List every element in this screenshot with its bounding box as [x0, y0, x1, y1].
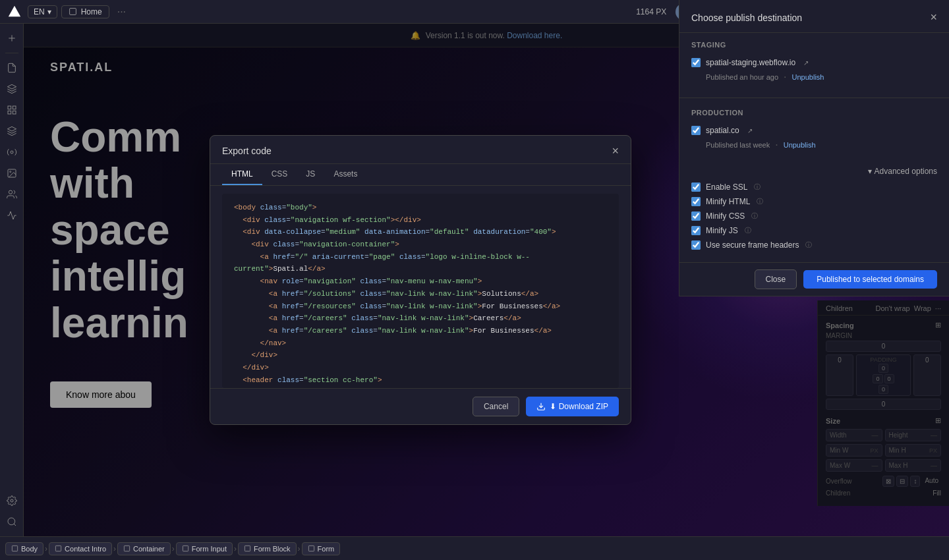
svg-rect-20	[8, 111, 11, 114]
publish-panel-header: Choose publish destination ×	[679, 0, 949, 33]
tab-html[interactable]: HTML	[222, 164, 262, 185]
minify-html-checkbox[interactable]	[691, 197, 701, 206]
minify-js-info-icon[interactable]: ⓘ	[745, 226, 751, 235]
secure-frame-headers-row: Use secure frame headers ⓘ	[691, 238, 937, 252]
production-status: Published last week	[706, 141, 770, 149]
staging-unpublish-link[interactable]: Unpublish	[792, 73, 824, 81]
tab-js[interactable]: JS	[297, 164, 324, 185]
staging-status: Published an hour ago	[706, 73, 778, 81]
enable-ssl-info-icon[interactable]: ⓘ	[754, 182, 761, 192]
production-label: Production	[691, 109, 937, 117]
svg-rect-1	[69, 9, 76, 15]
secure-frame-headers-label: Use secure frame headers	[706, 240, 799, 250]
mobile-landscape-button[interactable]	[612, 9, 620, 14]
production-checkbox[interactable]	[691, 126, 701, 135]
minify-js-checkbox[interactable]	[691, 226, 701, 235]
logo-icon[interactable]	[5, 3, 24, 21]
download-zip-button[interactable]: ⬇ Download ZIP	[526, 397, 619, 416]
breadcrumb-form-block[interactable]: Form Block	[238, 542, 297, 555]
left-sidebar	[0, 24, 24, 536]
divider	[679, 98, 949, 98]
svg-rect-30	[55, 546, 61, 551]
external-link-icon[interactable]: ↗	[803, 59, 809, 67]
svg-rect-19	[13, 111, 16, 114]
breadcrumb-form-input[interactable]: Form Input	[176, 542, 233, 555]
page-name: Home	[81, 7, 102, 16]
dialog-header: Export code ×	[210, 136, 631, 164]
svg-point-25	[11, 499, 13, 502]
breadcrumb-container[interactable]: Container	[117, 542, 171, 555]
search-icon[interactable]	[3, 513, 21, 531]
enable-ssl-checkbox[interactable]	[691, 182, 701, 192]
users-icon[interactable]	[3, 185, 21, 204]
secure-frame-headers-info-icon[interactable]: ⓘ	[805, 240, 812, 250]
page-selector[interactable]: Home	[61, 5, 109, 18]
style-icon[interactable]	[3, 143, 21, 161]
advanced-options-toggle[interactable]: ▾ Advanced options	[679, 163, 949, 180]
production-unpublish-link[interactable]: Unpublish	[784, 141, 816, 149]
publish-panel-title: Choose publish destination	[691, 13, 802, 23]
breadcrumb-sep-3: ›	[172, 544, 175, 553]
breadcrumb-contact-intro[interactable]: Contact Intro	[49, 542, 112, 555]
production-domain-row: spatial.co ↗	[691, 122, 937, 139]
breadcrumb-sep-4: ›	[234, 544, 237, 553]
staging-label: Staging	[691, 41, 937, 49]
components-icon[interactable]	[3, 122, 21, 140]
svg-point-23	[9, 171, 11, 173]
svg-line-27	[14, 524, 16, 526]
breadcrumb-sep-5: ›	[298, 544, 301, 553]
mobile-portrait-button[interactable]	[621, 9, 629, 14]
svg-rect-17	[8, 106, 11, 109]
code-viewer: <body class="body"> <div class="navigati…	[222, 194, 619, 388]
breadcrumb-form[interactable]: Form	[302, 542, 341, 555]
publish-actions: Close Published to selected domains	[679, 262, 949, 296]
dialog-title: Export code	[222, 146, 272, 156]
publish-options: Enable SSL ⓘ Minify HTML ⓘ Minify CSS ⓘ …	[679, 180, 949, 259]
staging-checkbox[interactable]	[691, 58, 701, 67]
publish-close-action-button[interactable]: Close	[755, 269, 797, 289]
svg-rect-33	[244, 546, 250, 551]
minify-js-label: Minify JS	[706, 226, 738, 235]
cancel-button[interactable]: Cancel	[473, 397, 519, 416]
production-section: Production spatial.co ↗ Published last w…	[679, 101, 949, 163]
staging-section: Staging spatial-staging.webflow.io ↗ Pub…	[679, 33, 949, 95]
minify-js-row: Minify JS ⓘ	[691, 223, 937, 238]
production-domain-name: spatial.co	[706, 126, 739, 135]
svg-rect-18	[13, 106, 16, 109]
svg-rect-29	[12, 546, 17, 551]
pages-icon[interactable]	[3, 59, 21, 77]
minify-html-row: Minify HTML ⓘ	[691, 194, 937, 209]
dialog-close-button[interactable]: ×	[612, 145, 619, 157]
lang-label: EN	[34, 7, 45, 16]
minify-html-label: Minify HTML	[706, 197, 750, 206]
tablet-view-button[interactable]	[603, 9, 611, 14]
tab-assets[interactable]: Assets	[324, 164, 366, 185]
enable-ssl-label: Enable SSL	[706, 182, 747, 192]
production-external-link-icon[interactable]: ↗	[747, 127, 753, 134]
publish-panel: Choose publish destination × Staging spa…	[679, 0, 949, 296]
tab-css[interactable]: CSS	[262, 164, 297, 185]
svg-point-26	[8, 518, 15, 525]
svg-rect-34	[308, 546, 314, 551]
advanced-options-label: Advanced options	[875, 167, 937, 176]
publish-to-selected-button[interactable]: Published to selected domains	[803, 270, 937, 289]
secure-frame-headers-checkbox[interactable]	[691, 240, 701, 250]
minify-css-checkbox[interactable]	[691, 211, 701, 221]
assets-icon[interactable]	[3, 164, 21, 182]
more-options-icon[interactable]: ···	[113, 6, 130, 18]
minify-css-label: Minify CSS	[706, 211, 745, 221]
svg-marker-0	[9, 5, 20, 16]
desktop-view-button[interactable]	[594, 9, 602, 14]
layers-icon[interactable]	[3, 80, 21, 98]
language-selector[interactable]: EN ▾	[28, 5, 57, 18]
minify-css-info-icon[interactable]: ⓘ	[751, 211, 758, 221]
enable-ssl-row: Enable SSL ⓘ	[691, 180, 937, 194]
minify-html-info-icon[interactable]: ⓘ	[757, 197, 763, 206]
publish-close-button[interactable]: ×	[930, 11, 937, 24]
interactions-icon[interactable]	[3, 206, 21, 225]
settings-icon[interactable]	[3, 491, 21, 510]
breadcrumb-body[interactable]: Body	[5, 542, 43, 555]
navigator-icon[interactable]	[3, 101, 21, 119]
add-element-icon[interactable]	[3, 29, 21, 47]
staging-domain-name: spatial-staging.webflow.io	[706, 58, 795, 67]
